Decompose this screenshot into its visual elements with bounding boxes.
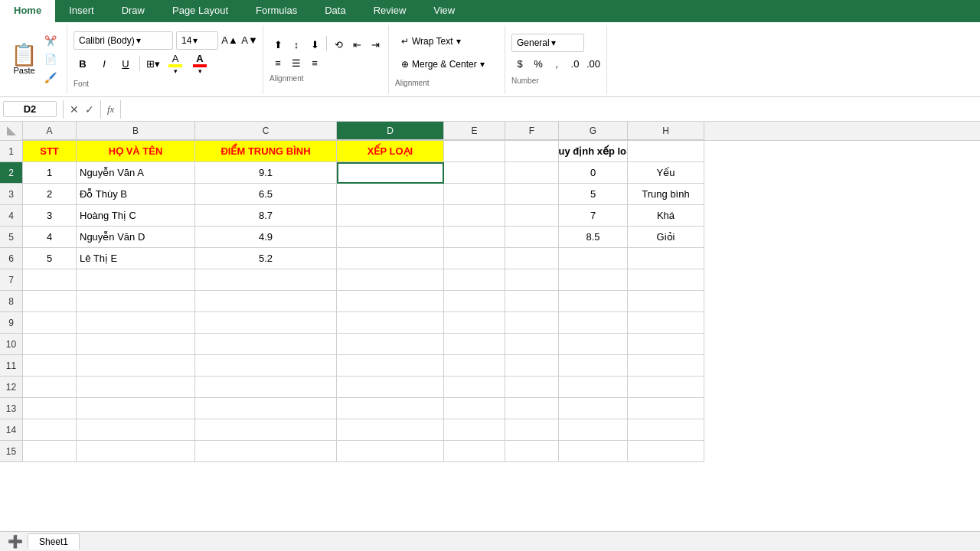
outdent-icon[interactable]: ⇥: [367, 36, 384, 53]
cell[interactable]: [77, 334, 195, 355]
row-header-15[interactable]: 15: [0, 441, 23, 462]
font-color-btn[interactable]: A ▾: [189, 53, 211, 75]
decrease-font-icon[interactable]: A▼: [241, 32, 258, 49]
fill-color-btn[interactable]: A ▾: [165, 53, 186, 75]
cell[interactable]: 4.9: [195, 227, 337, 248]
tab-data[interactable]: Data: [311, 0, 359, 22]
cell[interactable]: [444, 291, 505, 312]
row-header-8[interactable]: 8: [0, 291, 23, 312]
cell[interactable]: [23, 312, 77, 334]
cell[interactable]: [505, 205, 559, 227]
align-top-icon[interactable]: ⬆: [270, 36, 286, 53]
increase-font-icon[interactable]: A▲: [221, 32, 238, 49]
cell[interactable]: [77, 312, 195, 334]
tab-draw[interactable]: Draw: [108, 0, 158, 22]
merge-center-button[interactable]: ⊕ Merge & Center ▾: [395, 54, 491, 74]
format-painter-icon[interactable]: 🖌️: [42, 70, 59, 86]
col-header-e[interactable]: E: [444, 122, 505, 140]
cell[interactable]: 5: [23, 248, 77, 269]
cell[interactable]: [559, 248, 628, 269]
col-header-g[interactable]: G: [559, 122, 628, 140]
tab-review[interactable]: Review: [360, 0, 420, 22]
cell[interactable]: Đỗ Thùy B: [77, 184, 195, 205]
cell[interactable]: [444, 205, 505, 227]
cell[interactable]: [628, 312, 704, 334]
cell[interactable]: [559, 269, 628, 291]
row-header-3[interactable]: 3: [0, 184, 23, 205]
cell[interactable]: 6.5: [195, 184, 337, 205]
cell[interactable]: [444, 419, 505, 441]
row-header-2[interactable]: 2: [0, 162, 23, 184]
cell[interactable]: [337, 248, 444, 269]
cell[interactable]: [23, 269, 77, 291]
cell[interactable]: [195, 312, 337, 334]
cell[interactable]: [195, 269, 337, 291]
percent-icon[interactable]: %: [530, 55, 547, 72]
add-sheet-button[interactable]: ➕: [3, 534, 28, 549]
cell[interactable]: [337, 269, 444, 291]
cell[interactable]: [77, 419, 195, 441]
cell[interactable]: [444, 162, 505, 184]
row-header-13[interactable]: 13: [0, 398, 23, 419]
cell[interactable]: [77, 441, 195, 462]
cell[interactable]: Hoàng Thị C: [77, 205, 195, 227]
cell[interactable]: [23, 419, 77, 441]
row-header-6[interactable]: 6: [0, 248, 23, 269]
indent-icon[interactable]: ⇤: [348, 36, 365, 53]
cell-reference-input[interactable]: D2: [3, 101, 57, 117]
cell[interactable]: [337, 184, 444, 205]
underline-button[interactable]: U: [116, 54, 135, 73]
font-size-dropdown[interactable]: 14 ▾: [176, 31, 218, 50]
cell[interactable]: [337, 377, 444, 398]
cell[interactable]: [505, 441, 559, 462]
cell[interactable]: Lê Thị E: [77, 248, 195, 269]
bold-button[interactable]: B: [74, 54, 92, 73]
cell[interactable]: [559, 334, 628, 355]
cell[interactable]: 7: [559, 205, 628, 227]
cell[interactable]: [559, 377, 628, 398]
italic-button[interactable]: I: [95, 54, 113, 73]
cell[interactable]: [505, 312, 559, 334]
cell[interactable]: Nguyễn Văn A: [77, 162, 195, 184]
cell[interactable]: [23, 334, 77, 355]
cell[interactable]: 5: [559, 184, 628, 205]
cell[interactable]: [444, 334, 505, 355]
cell[interactable]: [559, 291, 628, 312]
cell[interactable]: [559, 398, 628, 419]
cell[interactable]: [628, 419, 704, 441]
cell[interactable]: [444, 355, 505, 377]
cell[interactable]: [559, 419, 628, 441]
cell[interactable]: [337, 398, 444, 419]
cell[interactable]: [505, 334, 559, 355]
cell[interactable]: [505, 419, 559, 441]
cell[interactable]: [505, 355, 559, 377]
confirm-formula-icon[interactable]: ✓: [85, 103, 94, 116]
cell[interactable]: [195, 441, 337, 462]
cell[interactable]: [77, 355, 195, 377]
comma-icon[interactable]: ,: [548, 55, 565, 72]
cell[interactable]: [23, 291, 77, 312]
row-header-12[interactable]: 12: [0, 377, 23, 398]
row-header-9[interactable]: 9: [0, 312, 23, 334]
cell[interactable]: 8.5: [559, 227, 628, 248]
number-format-dropdown[interactable]: General ▾: [511, 34, 584, 52]
cell[interactable]: [628, 355, 704, 377]
align-center-icon[interactable]: ☰: [288, 54, 305, 71]
cell[interactable]: [444, 377, 505, 398]
cell[interactable]: 4: [23, 227, 77, 248]
align-middle-icon[interactable]: ↕: [288, 36, 305, 53]
cell[interactable]: [195, 291, 337, 312]
cell[interactable]: Quy định xếp loại: [559, 141, 628, 162]
cell[interactable]: [77, 269, 195, 291]
text-direction-icon[interactable]: ⟲: [330, 36, 347, 53]
tab-page-layout[interactable]: Page Layout: [158, 0, 242, 22]
cell[interactable]: [195, 398, 337, 419]
formula-input[interactable]: [127, 103, 977, 115]
corner-cell[interactable]: [0, 122, 23, 140]
cell[interactable]: [23, 398, 77, 419]
cell[interactable]: [444, 248, 505, 269]
cell[interactable]: [505, 162, 559, 184]
col-header-a[interactable]: A: [23, 122, 77, 140]
cell[interactable]: [337, 205, 444, 227]
currency-icon[interactable]: $: [511, 55, 528, 72]
